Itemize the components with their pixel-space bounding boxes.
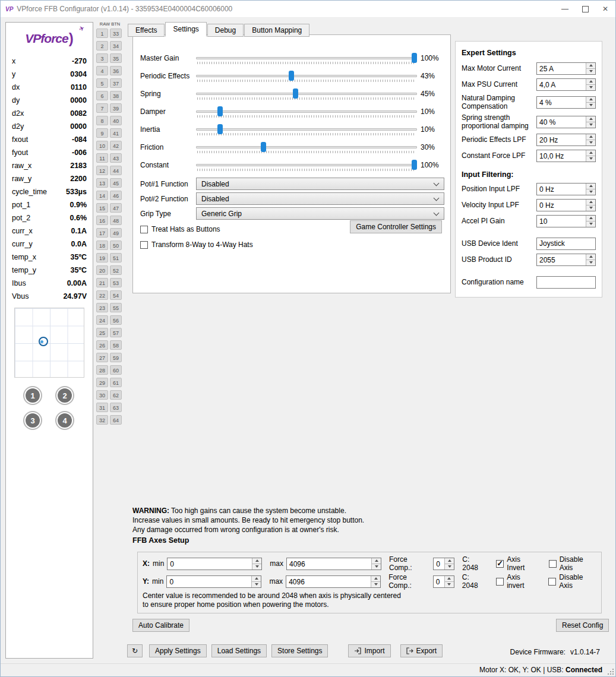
raw-button[interactable]: 21 [96, 278, 108, 287]
spin-down-button[interactable] [372, 564, 381, 570]
spin-down-button[interactable] [586, 68, 595, 74]
spin-down-button[interactable] [586, 205, 595, 211]
slider[interactable] [196, 140, 417, 154]
usb-product-spinner[interactable]: 2055 [536, 254, 596, 266]
spinner[interactable]: 40 % [536, 116, 596, 128]
force-comp-spinner[interactable]: 0 [433, 558, 454, 570]
tab-settings[interactable]: Settings [165, 22, 206, 37]
spin-up-button[interactable] [586, 116, 595, 122]
slider-handle[interactable] [293, 88, 298, 99]
slider-handle[interactable] [412, 160, 417, 170]
spin-up-button[interactable] [445, 558, 454, 564]
spin-down-button[interactable] [586, 122, 595, 128]
raw-button[interactable]: 59 [110, 353, 122, 362]
raw-button[interactable]: 12 [96, 166, 108, 175]
raw-button[interactable]: 4 [96, 66, 108, 75]
spin-up-button[interactable] [586, 97, 595, 102]
disable-axis-checkbox[interactable] [549, 560, 557, 568]
load-settings-button[interactable]: Load Settings [211, 644, 267, 657]
raw-button[interactable]: 18 [96, 241, 108, 250]
raw-button[interactable]: 40 [110, 116, 122, 125]
spinner[interactable]: 4 % [536, 96, 596, 109]
config-name-input[interactable] [536, 276, 596, 289]
spin-down-button[interactable] [586, 260, 595, 265]
raw-button[interactable]: 42 [110, 141, 122, 150]
raw-button[interactable]: 23 [96, 303, 108, 312]
spinner[interactable]: 20 Hz [536, 134, 596, 146]
raw-button[interactable]: 14 [96, 191, 108, 200]
preset-button[interactable]: 3 [23, 411, 42, 430]
treat-hats-checkbox[interactable] [140, 226, 148, 233]
spinner[interactable]: 10,0 Hz [536, 150, 596, 162]
tab-button-mapping[interactable]: Button Mapping [244, 24, 309, 37]
spin-down-button[interactable] [371, 581, 380, 587]
raw-button[interactable]: 37 [110, 78, 122, 88]
raw-button[interactable]: 51 [110, 253, 122, 262]
raw-button[interactable]: 52 [110, 265, 122, 275]
slider[interactable] [196, 87, 417, 101]
close-button[interactable]: ✕ [595, 1, 615, 17]
raw-button[interactable]: 50 [110, 241, 122, 250]
slider[interactable] [196, 69, 417, 83]
slider-handle[interactable] [217, 124, 223, 134]
slider-handle[interactable] [217, 106, 223, 116]
raw-button[interactable]: 10 [96, 141, 108, 150]
raw-button[interactable]: 2 [96, 41, 108, 50]
raw-button[interactable]: 44 [110, 166, 122, 175]
disable-axis-checkbox[interactable] [548, 578, 556, 586]
raw-button[interactable]: 46 [110, 191, 122, 200]
transform-hats-checkbox[interactable] [140, 241, 148, 249]
raw-button[interactable]: 17 [96, 228, 108, 238]
spinner[interactable]: 0 Hz [536, 199, 596, 211]
raw-button[interactable]: 26 [96, 340, 108, 350]
raw-button[interactable]: 11 [96, 153, 108, 163]
raw-button[interactable]: 9 [96, 128, 108, 138]
axis-invert-checkbox[interactable] [496, 560, 504, 568]
raw-button[interactable]: 56 [110, 315, 122, 325]
axis-min-spinner[interactable]: 0 [166, 575, 261, 588]
raw-button[interactable]: 41 [110, 128, 122, 138]
raw-button[interactable]: 49 [110, 228, 122, 238]
tab-effects[interactable]: Effects [128, 24, 165, 37]
raw-button[interactable]: 60 [110, 365, 122, 375]
preset-button[interactable]: 1 [23, 386, 42, 405]
slider[interactable] [196, 105, 417, 119]
spin-up-button[interactable] [252, 576, 261, 581]
spinner[interactable]: 0 Hz [536, 183, 596, 195]
maximize-button[interactable] [575, 1, 595, 17]
preset-button[interactable]: 4 [55, 411, 74, 430]
axis-max-spinner[interactable]: 4096 [286, 558, 381, 570]
store-settings-button[interactable]: Store Settings [271, 644, 328, 657]
raw-button[interactable]: 6 [96, 91, 108, 100]
spin-up-button[interactable] [445, 576, 454, 581]
raw-button[interactable]: 22 [96, 290, 108, 300]
raw-button[interactable]: 16 [96, 216, 108, 225]
spinner[interactable]: 10 [536, 215, 596, 227]
spinner[interactable]: 4,0 A [536, 78, 596, 91]
dropdown[interactable]: Generic Grip [196, 207, 444, 220]
raw-button[interactable]: 13 [96, 178, 108, 188]
resize-grip-icon[interactable] [607, 668, 614, 675]
raw-button[interactable]: 25 [96, 328, 108, 337]
slider-handle[interactable] [261, 142, 266, 152]
raw-button[interactable]: 27 [96, 353, 108, 362]
raw-button[interactable]: 58 [110, 340, 122, 350]
auto-calibrate-button[interactable]: Auto Calibrate [132, 619, 189, 632]
raw-button[interactable]: 57 [110, 328, 122, 337]
raw-button[interactable]: 54 [110, 290, 122, 300]
spin-down-button[interactable] [252, 564, 261, 570]
raw-button[interactable]: 31 [96, 403, 108, 412]
preset-button[interactable]: 2 [55, 386, 74, 405]
raw-button[interactable]: 28 [96, 365, 108, 375]
raw-button[interactable]: 48 [110, 216, 122, 225]
raw-button[interactable]: 35 [110, 53, 122, 63]
spin-down-button[interactable] [445, 581, 454, 587]
export-button[interactable]: Export [400, 644, 443, 657]
spinner[interactable]: 25 A [536, 62, 596, 75]
spin-up-button[interactable] [586, 63, 595, 68]
slider-handle[interactable] [289, 71, 294, 81]
raw-button[interactable]: 39 [110, 103, 122, 113]
minimize-button[interactable]: — [555, 1, 575, 17]
raw-button[interactable]: 7 [96, 103, 108, 113]
raw-button[interactable]: 19 [96, 253, 108, 262]
